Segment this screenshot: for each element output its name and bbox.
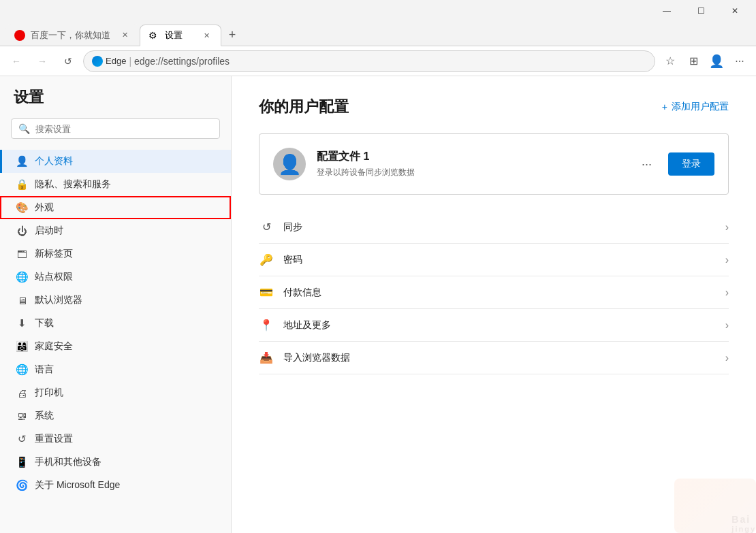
sidebar-icon-personal: 👤 (16, 155, 28, 167)
tab-baidu[interactable]: 百度一下，你就知道 ✕ (5, 24, 140, 46)
tab-baidu-close[interactable]: ✕ (119, 29, 131, 42)
back-button[interactable]: ← (5, 50, 27, 72)
new-tab-button[interactable]: + (221, 24, 243, 46)
baidu-tab-icon (14, 30, 25, 41)
address-bar: ← → ↺ Edge | edge://settings/profiles ☆ … (0, 46, 756, 76)
sidebar-label-system: 系统 (35, 410, 54, 422)
forward-button[interactable]: → (31, 50, 53, 72)
sidebar-icon-language: 🌐 (16, 364, 28, 376)
sidebar-item-about[interactable]: 🌀 关于 Microsoft Edge (0, 474, 231, 497)
menu-label-payment: 付款信息 (283, 287, 716, 299)
profile-info: 配置文件 1 登录以跨设备同步浏览数据 (317, 150, 625, 178)
refresh-button[interactable]: ↺ (57, 50, 79, 72)
sidebar-items-container: 👤 个人资料 🔒 隐私、搜索和服务 🎨 外观 ⏻ 启动时 🗔 新标签页 🌐 站点… (0, 150, 231, 497)
menu-label-sync: 同步 (283, 221, 716, 233)
sidebar-item-siteperms[interactable]: 🌐 站点权限 (0, 265, 231, 289)
close-button[interactable]: ✕ (719, 0, 751, 22)
sidebar-item-newtab[interactable]: 🗔 新标签页 (0, 242, 231, 265)
collections-button[interactable]: ⊞ (682, 50, 704, 72)
maximize-button[interactable]: ☐ (685, 0, 716, 22)
search-input[interactable] (35, 124, 212, 134)
sidebar-icon-family: 👨‍👩‍👧 (16, 340, 28, 353)
sidebar-icon-newtab: 🗔 (16, 248, 28, 260)
profile-card: 👤 配置文件 1 登录以跨设备同步浏览数据 ··· 登录 (259, 133, 729, 195)
menu-label-address: 地址及更多 (283, 319, 716, 332)
sidebar-label-family: 家庭安全 (35, 340, 73, 353)
minimize-button[interactable]: — (651, 0, 682, 22)
add-profile-button[interactable]: + 添加用户配置 (662, 101, 729, 113)
menu-arrow-sync: › (725, 221, 729, 233)
sidebar: 设置 🔍 👤 个人资料 🔒 隐私、搜索和服务 🎨 外观 ⏻ 启动时 🗔 新标签页… (0, 76, 232, 533)
address-input-container[interactable]: Edge | edge://settings/profiles (83, 50, 655, 72)
search-box[interactable]: 🔍 (11, 118, 220, 139)
menu-icon-payment: 💳 (259, 286, 274, 299)
sidebar-item-printer[interactable]: 🖨 打印机 (0, 381, 231, 404)
add-profile-label: 添加用户配置 (672, 101, 729, 113)
sidebar-item-language[interactable]: 🌐 语言 (0, 358, 231, 381)
brand-name: Edge (106, 56, 126, 66)
sidebar-item-mobile[interactable]: 📱 手机和其他设备 (0, 451, 231, 474)
sidebar-label-startup: 启动时 (35, 225, 63, 237)
sidebar-icon-reset: ↺ (16, 433, 28, 445)
profile-avatar: 👤 (273, 148, 306, 180)
sidebar-item-reset[interactable]: ↺ 重置设置 (0, 427, 231, 451)
sidebar-label-privacy: 隐私、搜索和服务 (35, 178, 111, 191)
sidebar-item-system[interactable]: 🖳 系统 (0, 404, 231, 427)
menu-item-sync[interactable]: ↺ 同步 › (259, 211, 729, 244)
sidebar-label-newtab: 新标签页 (35, 248, 73, 260)
menu-item-payment[interactable]: 💳 付款信息 › (259, 276, 729, 309)
menu-item-address[interactable]: 📍 地址及更多 › (259, 309, 729, 342)
menu-item-password[interactable]: 🔑 密码 › (259, 244, 729, 276)
menu-arrow-address: › (725, 319, 729, 332)
sidebar-icon-privacy: 🔒 (16, 178, 28, 191)
add-profile-plus-icon: + (662, 101, 667, 112)
content-header: 你的用户配置 + 添加用户配置 (259, 97, 729, 117)
title-bar-controls: — ☐ ✕ (651, 0, 751, 22)
profile-more-button[interactable]: ··· (636, 155, 657, 174)
sidebar-icon-appearance: 🎨 (16, 201, 28, 214)
profile-name: 配置文件 1 (317, 150, 625, 164)
search-icon: 🔍 (18, 123, 30, 134)
sidebar-item-family[interactable]: 👨‍👩‍👧 家庭安全 (0, 335, 231, 358)
sidebar-item-downloads[interactable]: ⬇ 下载 (0, 312, 231, 335)
toolbar-icons: ☆ ⊞ 👤 ··· (659, 50, 751, 72)
sidebar-label-reset: 重置设置 (35, 433, 73, 445)
menu-label-password: 密码 (283, 254, 716, 266)
sidebar-label-downloads: 下载 (35, 317, 54, 329)
sidebar-label-personal: 个人资料 (35, 155, 73, 167)
tab-settings-label: 设置 (165, 29, 192, 42)
menu-item-import[interactable]: 📥 导入浏览器数据 › (259, 342, 729, 374)
sidebar-item-defaultbrowser[interactable]: 🖥 默认浏览器 (0, 289, 231, 312)
menu-arrow-password: › (725, 254, 729, 266)
favorite-button[interactable]: ☆ (659, 50, 681, 72)
sidebar-title: 设置 (0, 87, 231, 118)
tab-baidu-label: 百度一下，你就知道 (31, 29, 110, 42)
sidebar-label-language: 语言 (35, 364, 54, 376)
sidebar-label-mobile: 手机和其他设备 (35, 456, 101, 468)
edge-logo-icon (92, 56, 103, 67)
sidebar-item-appearance[interactable]: 🎨 外观 (0, 196, 231, 219)
login-button[interactable]: 登录 (668, 152, 714, 176)
avatar-icon: 👤 (278, 153, 302, 176)
tab-settings[interactable]: ⚙ 设置 ✕ (140, 25, 221, 46)
sidebar-item-personal[interactable]: 👤 个人资料 (0, 150, 231, 173)
menu-arrow-payment: › (725, 287, 729, 299)
sidebar-label-appearance: 外观 (35, 201, 54, 214)
profile-button[interactable]: 👤 (706, 50, 727, 72)
sidebar-item-startup[interactable]: ⏻ 启动时 (0, 219, 231, 242)
address-url: edge://settings/profiles (134, 56, 230, 67)
sidebar-icon-system: 🖳 (16, 410, 28, 422)
tab-bar: 百度一下，你就知道 ✕ ⚙ 设置 ✕ + (0, 22, 756, 46)
tab-settings-close[interactable]: ✕ (200, 29, 212, 42)
sidebar-item-privacy[interactable]: 🔒 隐私、搜索和服务 (0, 173, 231, 196)
settings-tab-icon: ⚙ (148, 30, 159, 41)
sidebar-icon-about: 🌀 (16, 479, 28, 491)
sidebar-label-defaultbrowser: 默认浏览器 (35, 294, 82, 306)
sidebar-icon-siteperms: 🌐 (16, 271, 28, 283)
title-bar: — ☐ ✕ (0, 0, 756, 22)
menu-arrow-import: › (725, 352, 729, 364)
more-button[interactable]: ··· (729, 50, 751, 72)
menu-icon-address: 📍 (259, 319, 274, 332)
sidebar-icon-defaultbrowser: 🖥 (16, 295, 28, 306)
menu-icon-import: 📥 (259, 351, 274, 364)
